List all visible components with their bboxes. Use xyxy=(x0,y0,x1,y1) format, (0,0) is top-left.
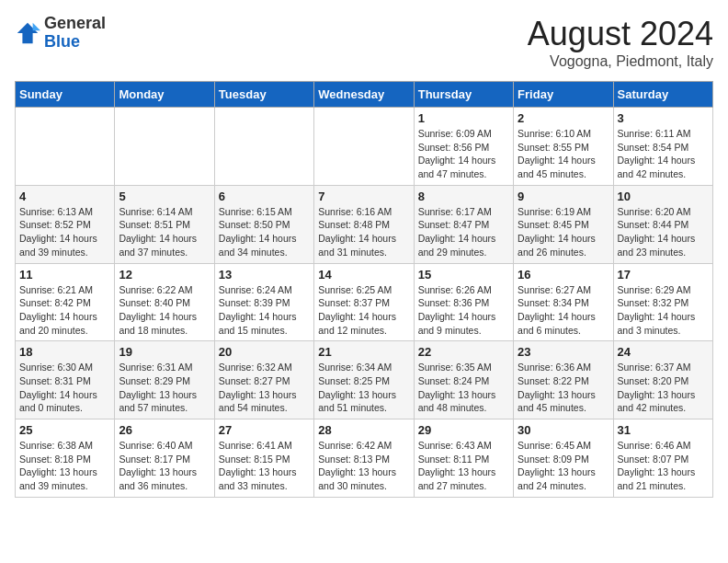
calendar-cell: 28Sunrise: 6:42 AM Sunset: 8:13 PM Dayli… xyxy=(314,419,414,498)
calendar-cell xyxy=(314,108,414,186)
weekday-header: Thursday xyxy=(414,82,513,108)
day-info: Sunrise: 6:10 AM Sunset: 8:55 PM Dayligh… xyxy=(518,127,609,181)
day-info: Sunrise: 6:25 AM Sunset: 8:37 PM Dayligh… xyxy=(318,283,409,338)
day-number: 26 xyxy=(119,423,210,437)
calendar-cell: 19Sunrise: 6:31 AM Sunset: 8:29 PM Dayli… xyxy=(115,341,214,419)
day-info: Sunrise: 6:27 AM Sunset: 8:34 PM Dayligh… xyxy=(518,283,609,338)
calendar-cell xyxy=(115,108,214,186)
weekday-header: Wednesday xyxy=(314,82,414,108)
svg-marker-1 xyxy=(33,23,40,30)
calendar-cell: 21Sunrise: 6:34 AM Sunset: 8:25 PM Dayli… xyxy=(314,341,414,419)
day-info: Sunrise: 6:14 AM Sunset: 8:51 PM Dayligh… xyxy=(119,205,210,259)
day-number: 1 xyxy=(418,111,509,125)
calendar-week-row: 1Sunrise: 6:09 AM Sunset: 8:56 PM Daylig… xyxy=(16,108,713,186)
day-number: 20 xyxy=(219,345,310,359)
day-number: 2 xyxy=(518,111,609,125)
day-number: 31 xyxy=(618,423,709,437)
day-number: 3 xyxy=(618,111,709,125)
calendar-cell: 17Sunrise: 6:29 AM Sunset: 8:32 PM Dayli… xyxy=(613,263,712,341)
day-number: 27 xyxy=(219,423,310,437)
day-info: Sunrise: 6:41 AM Sunset: 8:15 PM Dayligh… xyxy=(219,439,310,493)
calendar-cell: 15Sunrise: 6:26 AM Sunset: 8:36 PM Dayli… xyxy=(414,263,513,341)
day-number: 19 xyxy=(119,345,210,359)
calendar-cell: 11Sunrise: 6:21 AM Sunset: 8:42 PM Dayli… xyxy=(16,263,115,341)
day-number: 21 xyxy=(318,345,409,359)
day-info: Sunrise: 6:16 AM Sunset: 8:48 PM Dayligh… xyxy=(318,205,409,259)
weekday-header: Tuesday xyxy=(214,82,313,108)
day-number: 7 xyxy=(318,190,409,203)
calendar-cell: 9Sunrise: 6:19 AM Sunset: 8:45 PM Daylig… xyxy=(514,185,613,263)
calendar-cell: 8Sunrise: 6:17 AM Sunset: 8:47 PM Daylig… xyxy=(414,185,513,263)
weekday-header: Monday xyxy=(115,82,214,108)
calendar-cell: 31Sunrise: 6:46 AM Sunset: 8:07 PM Dayli… xyxy=(613,419,712,498)
calendar-cell: 5Sunrise: 6:14 AM Sunset: 8:51 PM Daylig… xyxy=(115,185,214,263)
calendar-cell: 3Sunrise: 6:11 AM Sunset: 8:54 PM Daylig… xyxy=(613,108,712,186)
calendar-cell: 25Sunrise: 6:38 AM Sunset: 8:18 PM Dayli… xyxy=(16,419,115,498)
logo-blue-text: Blue xyxy=(44,33,106,52)
day-info: Sunrise: 6:46 AM Sunset: 8:07 PM Dayligh… xyxy=(618,439,709,493)
calendar-cell: 1Sunrise: 6:09 AM Sunset: 8:56 PM Daylig… xyxy=(414,108,513,186)
day-info: Sunrise: 6:11 AM Sunset: 8:54 PM Dayligh… xyxy=(618,127,709,181)
day-info: Sunrise: 6:45 AM Sunset: 8:09 PM Dayligh… xyxy=(518,439,609,493)
month-title: August 2024 xyxy=(528,15,713,53)
day-number: 14 xyxy=(318,268,409,282)
weekday-header-row: SundayMondayTuesdayWednesdayThursdayFrid… xyxy=(16,82,713,108)
day-info: Sunrise: 6:17 AM Sunset: 8:47 PM Dayligh… xyxy=(418,205,509,259)
calendar-cell: 4Sunrise: 6:13 AM Sunset: 8:52 PM Daylig… xyxy=(16,185,115,263)
calendar-cell: 2Sunrise: 6:10 AM Sunset: 8:55 PM Daylig… xyxy=(514,108,613,186)
calendar-cell xyxy=(16,108,115,186)
day-info: Sunrise: 6:21 AM Sunset: 8:42 PM Dayligh… xyxy=(19,283,110,338)
day-number: 29 xyxy=(418,423,509,437)
day-info: Sunrise: 6:42 AM Sunset: 8:13 PM Dayligh… xyxy=(318,439,409,493)
day-number: 11 xyxy=(19,268,110,282)
day-info: Sunrise: 6:31 AM Sunset: 8:29 PM Dayligh… xyxy=(119,361,210,415)
day-number: 5 xyxy=(119,190,210,203)
day-info: Sunrise: 6:35 AM Sunset: 8:24 PM Dayligh… xyxy=(418,361,509,415)
calendar-week-row: 4Sunrise: 6:13 AM Sunset: 8:52 PM Daylig… xyxy=(16,185,713,263)
day-number: 8 xyxy=(418,190,509,203)
weekday-header: Sunday xyxy=(16,82,115,108)
day-number: 17 xyxy=(618,268,709,282)
day-info: Sunrise: 6:09 AM Sunset: 8:56 PM Dayligh… xyxy=(418,127,509,181)
calendar-week-row: 11Sunrise: 6:21 AM Sunset: 8:42 PM Dayli… xyxy=(16,263,713,341)
day-info: Sunrise: 6:22 AM Sunset: 8:40 PM Dayligh… xyxy=(119,283,210,338)
calendar-cell: 29Sunrise: 6:43 AM Sunset: 8:11 PM Dayli… xyxy=(414,419,513,498)
day-info: Sunrise: 6:43 AM Sunset: 8:11 PM Dayligh… xyxy=(418,439,509,493)
day-number: 22 xyxy=(418,345,509,359)
day-number: 10 xyxy=(618,190,709,203)
day-number: 4 xyxy=(19,190,110,203)
calendar-cell: 14Sunrise: 6:25 AM Sunset: 8:37 PM Dayli… xyxy=(314,263,414,341)
weekday-header: Friday xyxy=(514,82,613,108)
day-info: Sunrise: 6:37 AM Sunset: 8:20 PM Dayligh… xyxy=(618,361,709,415)
calendar-cell: 18Sunrise: 6:30 AM Sunset: 8:31 PM Dayli… xyxy=(16,341,115,419)
day-info: Sunrise: 6:26 AM Sunset: 8:36 PM Dayligh… xyxy=(418,283,509,338)
day-number: 25 xyxy=(19,423,110,437)
calendar-cell: 26Sunrise: 6:40 AM Sunset: 8:17 PM Dayli… xyxy=(115,419,214,498)
day-number: 30 xyxy=(518,423,609,437)
calendar-week-row: 25Sunrise: 6:38 AM Sunset: 8:18 PM Dayli… xyxy=(16,419,713,498)
weekday-header: Saturday xyxy=(613,82,712,108)
calendar-cell: 23Sunrise: 6:36 AM Sunset: 8:22 PM Dayli… xyxy=(514,341,613,419)
calendar-cell: 22Sunrise: 6:35 AM Sunset: 8:24 PM Dayli… xyxy=(414,341,513,419)
day-number: 13 xyxy=(219,268,310,282)
day-number: 16 xyxy=(518,268,609,282)
logo-icon xyxy=(15,20,40,46)
calendar-cell: 24Sunrise: 6:37 AM Sunset: 8:20 PM Dayli… xyxy=(613,341,712,419)
calendar-cell: 7Sunrise: 6:16 AM Sunset: 8:48 PM Daylig… xyxy=(314,185,414,263)
day-number: 15 xyxy=(418,268,509,282)
title-area: August 2024 Vogogna, Piedmont, Italy xyxy=(528,15,713,70)
day-number: 12 xyxy=(119,268,210,282)
day-info: Sunrise: 6:13 AM Sunset: 8:52 PM Dayligh… xyxy=(19,205,110,259)
calendar-cell: 6Sunrise: 6:15 AM Sunset: 8:50 PM Daylig… xyxy=(214,185,313,263)
calendar-cell xyxy=(214,108,313,186)
page-header: General Blue August 2024 Vogogna, Piedmo… xyxy=(15,15,713,70)
day-info: Sunrise: 6:40 AM Sunset: 8:17 PM Dayligh… xyxy=(119,439,210,493)
day-number: 24 xyxy=(618,345,709,359)
calendar-cell: 12Sunrise: 6:22 AM Sunset: 8:40 PM Dayli… xyxy=(115,263,214,341)
calendar-cell: 27Sunrise: 6:41 AM Sunset: 8:15 PM Dayli… xyxy=(214,419,313,498)
day-info: Sunrise: 6:19 AM Sunset: 8:45 PM Dayligh… xyxy=(518,205,609,259)
calendar-cell: 30Sunrise: 6:45 AM Sunset: 8:09 PM Dayli… xyxy=(514,419,613,498)
day-info: Sunrise: 6:24 AM Sunset: 8:39 PM Dayligh… xyxy=(219,283,310,338)
day-info: Sunrise: 6:30 AM Sunset: 8:31 PM Dayligh… xyxy=(19,361,110,415)
day-number: 23 xyxy=(518,345,609,359)
